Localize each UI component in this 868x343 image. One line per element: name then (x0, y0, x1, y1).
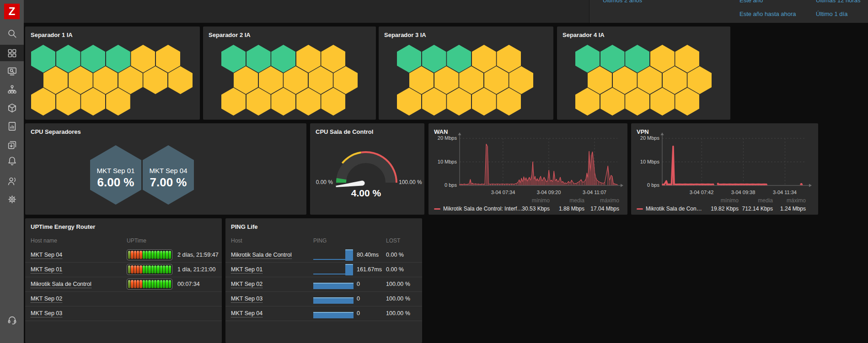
host-link[interactable]: Mikrotik Sala de Control (31, 281, 91, 288)
hex-cell-warning[interactable] (156, 45, 180, 73)
battery-segment (139, 251, 142, 259)
panel-title: UPTime Energy Router (31, 223, 95, 230)
hex-cell-ok[interactable] (31, 45, 55, 73)
sidebar-item-administration[interactable] (0, 191, 24, 207)
sidebar-item-support[interactable] (0, 311, 24, 328)
hex-cell-warning[interactable] (106, 88, 130, 116)
bell-icon (7, 156, 17, 166)
host-link[interactable]: Mikrotik Sala de Control (231, 252, 292, 259)
hex-cell-warning[interactable] (309, 66, 333, 94)
hex-cell-warning[interactable] (687, 66, 712, 94)
hex-cell-ok[interactable] (575, 45, 600, 73)
hex-cell-warning[interactable] (459, 66, 483, 94)
hex-cell-warning[interactable] (321, 45, 345, 73)
host-link[interactable]: MKT Sep 01 (31, 266, 62, 274)
hex-cell-warning[interactable] (221, 88, 246, 116)
hex-cell-warning[interactable] (434, 66, 459, 94)
hex-cell-warning[interactable] (296, 88, 321, 116)
uptime-battery-indicator (127, 249, 172, 260)
hex-cell-warning[interactable] (675, 45, 699, 73)
hex-cell-warning[interactable] (497, 88, 521, 116)
hex-cell-warning[interactable] (296, 45, 321, 73)
hex-cell-warning[interactable] (43, 66, 68, 94)
hex-cell-warning[interactable] (600, 88, 625, 116)
sidebar-item-dashboards[interactable] (0, 45, 24, 61)
host-link[interactable]: MKT Sep 01 (231, 266, 263, 274)
host-link[interactable]: MKT Sep 04 (231, 310, 263, 317)
hex-cell-ok[interactable] (397, 45, 421, 73)
hex-cell-ok[interactable] (56, 45, 80, 73)
hex-cell-warning[interactable] (259, 66, 283, 94)
hex-cell-ok[interactable] (221, 45, 246, 73)
hex-cell-warning[interactable] (509, 66, 533, 94)
hex-cell-warning[interactable] (650, 88, 675, 116)
sidebar-item-data-collection[interactable] (0, 137, 24, 153)
hex-cell-warning[interactable] (143, 66, 167, 94)
hex-cell-warning[interactable] (625, 88, 649, 116)
sidebar-item-search[interactable] (0, 25, 24, 42)
x-tick-label: 3-04 07:34 (491, 190, 515, 195)
hex-cell-ok[interactable] (422, 45, 446, 73)
sidebar-item-monitoring[interactable] (0, 63, 24, 79)
sidebar-item-reports[interactable] (0, 118, 24, 134)
time-link-2[interactable]: Este año (739, 0, 763, 4)
graph-series-line (662, 147, 714, 185)
time-link-1[interactable]: Últimos 2 años (603, 0, 642, 4)
hex-cell-warning[interactable] (497, 45, 521, 73)
cpu-hexagon-1[interactable]: MKT Sep 016.00 % (90, 145, 141, 205)
hex-cell-warning[interactable] (663, 66, 687, 94)
hex-cell-warning[interactable] (284, 66, 308, 94)
hex-cell-warning[interactable] (56, 88, 80, 116)
sidebar-item-users[interactable] (0, 173, 24, 189)
hex-cell-warning[interactable] (575, 88, 600, 116)
host-link[interactable]: MKT Sep 02 (31, 296, 62, 303)
host-link[interactable]: MKT Sep 03 (231, 296, 263, 303)
sidebar-item-services[interactable] (0, 81, 24, 97)
time-link-5[interactable]: Último 1 día (816, 11, 847, 17)
sparkline-spike (345, 264, 353, 275)
hex-cell-warning[interactable] (650, 45, 675, 73)
hex-cell-warning[interactable] (234, 66, 258, 94)
hex-cell-warning[interactable] (93, 66, 118, 94)
hex-cell-warning[interactable] (31, 88, 55, 116)
hex-cell-ok[interactable] (106, 45, 130, 73)
hex-cell-warning[interactable] (484, 66, 509, 94)
hex-cell-warning[interactable] (81, 88, 105, 116)
host-name-cell: Mikrotik Sala de Control (31, 277, 91, 291)
hex-cell-warning[interactable] (397, 88, 421, 116)
sidebar-item-alerts[interactable] (0, 153, 24, 169)
hex-cell-warning[interactable] (638, 66, 662, 94)
host-link[interactable]: MKT Sep 04 (31, 252, 62, 259)
hex-cell-ok[interactable] (600, 45, 625, 73)
hex-cell-warning[interactable] (409, 66, 434, 94)
hex-cell-warning[interactable] (472, 45, 496, 73)
host-link[interactable]: MKT Sep 02 (231, 281, 263, 288)
host-link[interactable]: MKT Sep 03 (31, 310, 62, 317)
hex-cell-warning[interactable] (168, 66, 193, 94)
hex-cell-warning[interactable] (422, 88, 446, 116)
hex-cell-warning[interactable] (588, 66, 612, 94)
hex-cell-warning[interactable] (675, 88, 699, 116)
hex-cell-warning[interactable] (246, 88, 271, 116)
cpu-hexagon-2[interactable]: MKT Sep 047.00 % (143, 145, 194, 205)
zabbix-logo[interactable]: Z (4, 4, 20, 19)
hex-cell-warning[interactable] (131, 45, 155, 73)
time-link-3[interactable]: Este año hasta ahora (739, 11, 796, 17)
hex-cell-warning[interactable] (271, 88, 295, 116)
hex-cell-warning[interactable] (447, 88, 471, 116)
hex-cell-ok[interactable] (625, 45, 649, 73)
headset-icon (7, 315, 17, 325)
hex-cell-ok[interactable] (447, 45, 471, 73)
battery-segment (131, 280, 133, 288)
hex-cell-warning[interactable] (321, 88, 345, 116)
time-link-4[interactable]: Últimas 12 horas (816, 0, 861, 4)
hex-cell-warning[interactable] (69, 66, 93, 94)
hex-cell-ok[interactable] (81, 45, 105, 73)
hex-cell-warning[interactable] (472, 88, 496, 116)
hex-cell-ok[interactable] (271, 45, 295, 73)
hex-cell-warning[interactable] (118, 66, 143, 94)
sidebar-item-inventory[interactable] (0, 100, 24, 116)
hex-cell-warning[interactable] (333, 66, 358, 94)
hex-cell-ok[interactable] (246, 45, 271, 73)
hex-cell-warning[interactable] (613, 66, 637, 94)
